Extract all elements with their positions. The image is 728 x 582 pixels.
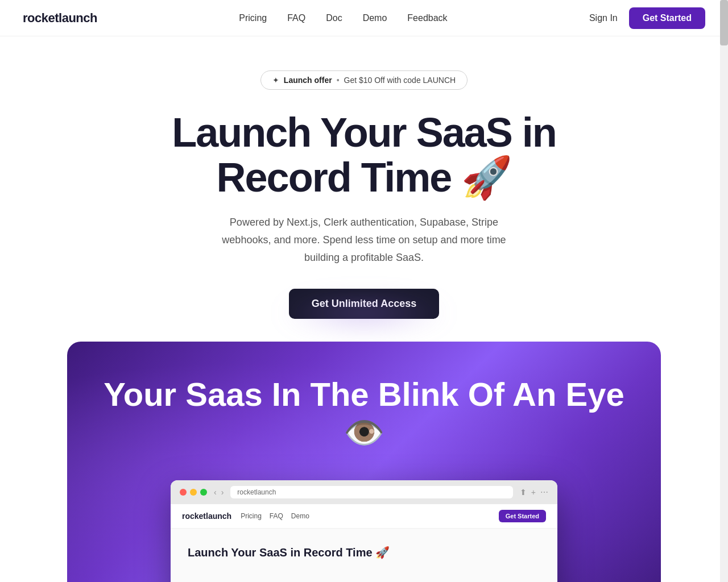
browser-nav-icons: ‹ › (214, 488, 224, 497)
back-icon[interactable]: ‹ (214, 488, 217, 497)
browser-content: rocketlaunch Pricing FAQ Demo Get Starte… (171, 504, 557, 582)
navbar-actions: Sign In Get Started (589, 7, 705, 29)
inner-get-started-button[interactable]: Get Started (499, 510, 546, 522)
logo[interactable]: rocketlaunch (23, 11, 97, 26)
nav-feedback[interactable]: Feedback (407, 13, 447, 23)
nav-faq-link[interactable]: FAQ (287, 13, 305, 23)
sign-in-button[interactable]: Sign In (589, 13, 618, 23)
hero-title: Launch Your SaaS in Record Time 🚀 (165, 110, 563, 200)
nav-feedback-link[interactable]: Feedback (407, 13, 447, 23)
inner-link-pricing[interactable]: Pricing (241, 512, 262, 520)
browser-dot-close[interactable] (180, 489, 187, 496)
inner-link-faq[interactable]: FAQ (270, 512, 283, 520)
hero-subtitle: Powered by Next.js, Clerk authentication… (205, 214, 523, 266)
offer-badge[interactable]: ✦ Launch offer • Get $10 Off with code L… (260, 70, 468, 90)
demo-title: Your Saas In The Blink Of An Eye 👁️ (90, 376, 638, 451)
navbar: rocketlaunch Pricing FAQ Doc Demo Feedba… (0, 0, 728, 36)
inner-logo-text: rocketlaunch (182, 512, 231, 521)
nav-faq[interactable]: FAQ (287, 13, 305, 23)
nav-doc-link[interactable]: Doc (326, 13, 342, 23)
nav-links: Pricing FAQ Doc Demo Feedback (239, 13, 447, 23)
more-icon[interactable]: ⋯ (540, 488, 548, 497)
badge-sparkle-icon: ✦ (272, 76, 279, 85)
browser-toolbar: ‹ › rocketlaunch ⬆ + ⋯ (171, 480, 557, 504)
badge-separator: • (337, 76, 340, 85)
hero-section: ✦ Launch offer • Get $10 Off with code L… (0, 36, 728, 325)
share-icon[interactable]: ⬆ (520, 488, 527, 497)
browser-mockup: ‹ › rocketlaunch ⬆ + ⋯ rocketlaunch Pric… (171, 480, 557, 582)
logo-text: rocketlaunch (23, 11, 97, 26)
plus-icon[interactable]: + (531, 488, 536, 497)
get-started-button[interactable]: Get Started (629, 7, 705, 29)
nav-doc[interactable]: Doc (326, 13, 342, 23)
browser-action-icons: ⬆ + ⋯ (520, 488, 548, 497)
nav-pricing-link[interactable]: Pricing (239, 13, 267, 23)
nav-pricing[interactable]: Pricing (239, 13, 267, 23)
get-unlimited-access-button[interactable]: Get Unlimited Access (289, 289, 439, 319)
scrollbar[interactable] (720, 0, 728, 582)
browser-dots (180, 489, 207, 496)
browser-address-bar[interactable]: rocketlaunch (230, 486, 512, 498)
badge-bold-text: Launch offer (284, 76, 332, 85)
address-text: rocketlaunch (237, 488, 276, 496)
inner-nav-links: Pricing FAQ Demo (241, 512, 309, 520)
browser-body: Launch Your SaaS in Record Time 🚀 (171, 529, 557, 582)
inner-navbar: rocketlaunch Pricing FAQ Demo Get Starte… (171, 504, 557, 529)
nav-demo[interactable]: Demo (363, 13, 387, 23)
inner-link-demo[interactable]: Demo (291, 512, 309, 520)
browser-dot-maximize[interactable] (200, 489, 207, 496)
nav-demo-link[interactable]: Demo (363, 13, 387, 23)
badge-offer-text: Get $10 Off with code LAUNCH (344, 76, 456, 85)
forward-icon[interactable]: › (221, 488, 224, 497)
inner-hero-title: Launch Your SaaS in Record Time 🚀 (188, 546, 540, 559)
hero-cta-wrapper: Get Unlimited Access (289, 289, 439, 319)
browser-dot-minimize[interactable] (190, 489, 197, 496)
demo-section: Your Saas In The Blink Of An Eye 👁️ ‹ › … (67, 342, 661, 582)
scrollbar-thumb[interactable] (720, 0, 728, 45)
